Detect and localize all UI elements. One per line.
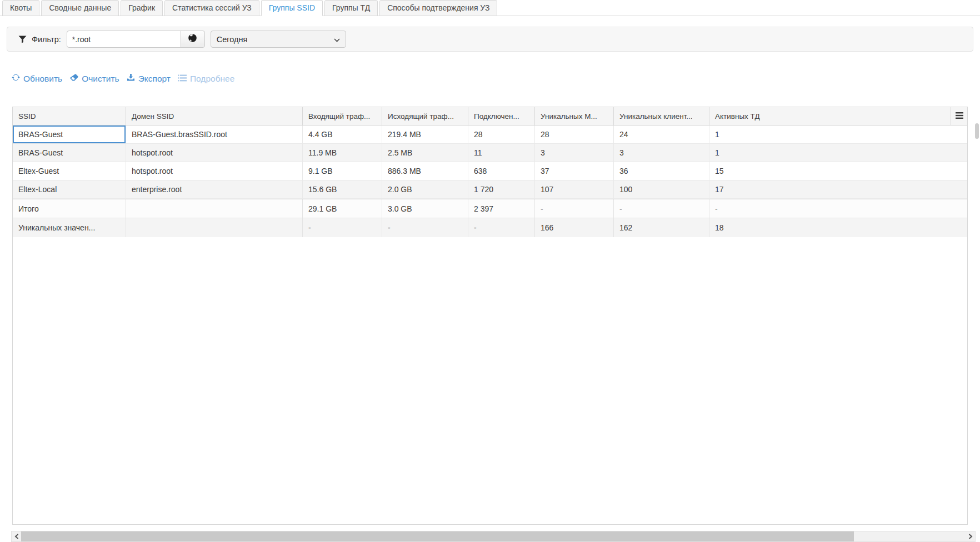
table-cell[interactable]: 1 <box>709 126 967 143</box>
table-cell[interactable]: 28 <box>468 126 535 143</box>
summary-cell: 166 <box>535 218 614 237</box>
table-cell[interactable]: 219.4 MB <box>382 126 468 143</box>
table-cell[interactable]: 9.1 GB <box>303 162 382 180</box>
summary-label: Итого <box>13 199 126 218</box>
table-row[interactable]: BRAS-Guest BRAS-Guest.brasSSID.root 4.4 … <box>13 126 967 144</box>
table-cell[interactable]: 11 <box>468 144 535 162</box>
table-cell[interactable]: 107 <box>535 180 614 198</box>
globe-icon <box>188 33 197 45</box>
vertical-scrollbar-thumb[interactable] <box>975 123 979 139</box>
column-header-ssid[interactable]: SSID <box>13 107 126 125</box>
refresh-icon <box>12 73 20 84</box>
download-icon <box>127 73 135 84</box>
clear-label: Очистить <box>82 74 119 84</box>
summary-cell: 2 397 <box>468 199 535 218</box>
table-cell[interactable]: Eltex-Local <box>13 180 126 198</box>
table-row[interactable]: BRAS-Guest hotspot.root 11.9 MB 2.5 MB 1… <box>13 144 967 162</box>
column-header-active-aps[interactable]: Активных ТД <box>709 107 951 125</box>
table-cell[interactable]: 28 <box>535 126 614 143</box>
eraser-icon <box>69 74 78 84</box>
summary-cell: - <box>535 199 614 218</box>
table-cell[interactable]: 638 <box>468 162 535 180</box>
tab-session-statistics[interactable]: Статистика сессий УЗ <box>164 0 259 16</box>
table-cell[interactable]: BRAS-Guest.brasSSID.root <box>126 126 303 143</box>
table-cell[interactable]: 24 <box>614 126 709 143</box>
table-row[interactable]: Eltex-Guest hotspot.root 9.1 GB 886.3 MB… <box>13 162 967 180</box>
table-cell[interactable]: 17 <box>709 180 967 198</box>
chevron-left-icon[interactable] <box>12 531 21 541</box>
summary-row-total: Итого 29.1 GB 3.0 GB 2 397 - - - <box>13 199 967 218</box>
ssid-groups-grid: SSID Домен SSID Входящий траф... Исходящ… <box>12 107 968 525</box>
summary-cell: 18 <box>709 218 967 237</box>
table-cell[interactable]: Eltex-Guest <box>13 162 126 180</box>
column-header-outbound-traffic[interactable]: Исходящий траф... <box>382 107 468 125</box>
summary-cell: - <box>709 199 967 218</box>
details-label: Подробнее <box>190 74 234 84</box>
details-button[interactable]: Подробнее <box>178 74 234 84</box>
tab-summary-data[interactable]: Сводные данные <box>41 0 119 16</box>
table-cell[interactable]: 15 <box>709 162 967 180</box>
summary-cell: 162 <box>614 218 709 237</box>
tab-bar: Квоты Сводные данные График Статистика с… <box>0 0 980 16</box>
grid-header: SSID Домен SSID Входящий траф... Исходящ… <box>13 107 967 126</box>
column-header-unique-clients[interactable]: Уникальных клиент... <box>614 107 709 125</box>
refresh-label: Обновить <box>23 74 62 84</box>
chevron-down-icon <box>334 35 340 44</box>
table-cell[interactable]: 36 <box>614 162 709 180</box>
horizontal-scrollbar[interactable] <box>11 531 976 542</box>
statistics-page: Квоты Сводные данные График Статистика с… <box>0 0 980 542</box>
export-label: Экспорт <box>138 74 171 84</box>
table-cell[interactable]: hotspot.root <box>126 144 303 162</box>
table-cell[interactable]: 3 <box>614 144 709 162</box>
summary-label: Уникальных значен... <box>13 218 126 237</box>
summary-cell <box>126 199 303 218</box>
apply-filter-button[interactable] <box>181 31 205 48</box>
horizontal-scrollbar-thumb[interactable] <box>21 531 854 541</box>
column-header-unique-mac[interactable]: Уникальных М... <box>535 107 614 125</box>
summary-cell: 3.0 GB <box>382 199 468 218</box>
period-select[interactable]: Сегодня <box>211 31 346 48</box>
column-header-ssid-domain[interactable]: Домен SSID <box>126 107 303 125</box>
grid-menu-button[interactable] <box>951 107 967 125</box>
table-cell[interactable]: 11.9 MB <box>303 144 382 162</box>
filter-input[interactable] <box>67 31 181 48</box>
grid-toolbar: Обновить Очистить Экспорт <box>12 73 234 84</box>
table-cell[interactable]: 15.6 GB <box>303 180 382 198</box>
column-header-inbound-traffic[interactable]: Входящий траф... <box>303 107 382 125</box>
table-cell-focused[interactable]: BRAS-Guest <box>13 126 126 143</box>
chevron-right-icon[interactable] <box>966 531 975 541</box>
table-cell[interactable]: BRAS-Guest <box>13 144 126 162</box>
summary-cell: 29.1 GB <box>303 199 382 218</box>
tab-ssid-groups[interactable]: Группы SSID <box>261 0 323 16</box>
funnel-icon <box>18 36 27 43</box>
column-header-connected[interactable]: Подключен... <box>468 107 535 125</box>
filter-panel: Фильтр: Сегодня <box>7 27 973 52</box>
clear-button[interactable]: Очистить <box>69 74 119 84</box>
grid-summary-footer: Итого 29.1 GB 3.0 GB 2 397 - - - Уникаль… <box>13 199 967 237</box>
table-cell[interactable]: 1 <box>709 144 967 162</box>
refresh-button[interactable]: Обновить <box>12 73 62 84</box>
menu-icon <box>956 112 963 121</box>
tab-quotas[interactable]: Квоты <box>2 0 39 16</box>
table-cell[interactable]: 2.5 MB <box>382 144 468 162</box>
period-select-value: Сегодня <box>217 35 248 44</box>
table-cell[interactable]: 886.3 MB <box>382 162 468 180</box>
tab-auth-methods[interactable]: Способы подтверждения УЗ <box>379 0 497 16</box>
list-icon <box>178 74 187 84</box>
table-row[interactable]: Eltex-Local enterprise.root 15.6 GB 2.0 … <box>13 180 967 199</box>
table-cell[interactable]: hotspot.root <box>126 162 303 180</box>
summary-row-unique-values: Уникальных значен... - - - 166 162 18 <box>13 218 967 237</box>
table-cell[interactable]: 1 720 <box>468 180 535 198</box>
summary-cell: - <box>468 218 535 237</box>
table-cell[interactable]: 3 <box>535 144 614 162</box>
table-cell[interactable]: enterprise.root <box>126 180 303 198</box>
grid-body: BRAS-Guest BRAS-Guest.brasSSID.root 4.4 … <box>13 126 967 199</box>
table-cell[interactable]: 37 <box>535 162 614 180</box>
tab-chart[interactable]: График <box>121 0 163 16</box>
export-button[interactable]: Экспорт <box>127 73 171 84</box>
table-cell[interactable]: 100 <box>614 180 709 198</box>
table-cell[interactable]: 2.0 GB <box>382 180 468 198</box>
summary-cell: - <box>614 199 709 218</box>
table-cell[interactable]: 4.4 GB <box>303 126 382 143</box>
tab-ap-groups[interactable]: Группы ТД <box>324 0 378 16</box>
